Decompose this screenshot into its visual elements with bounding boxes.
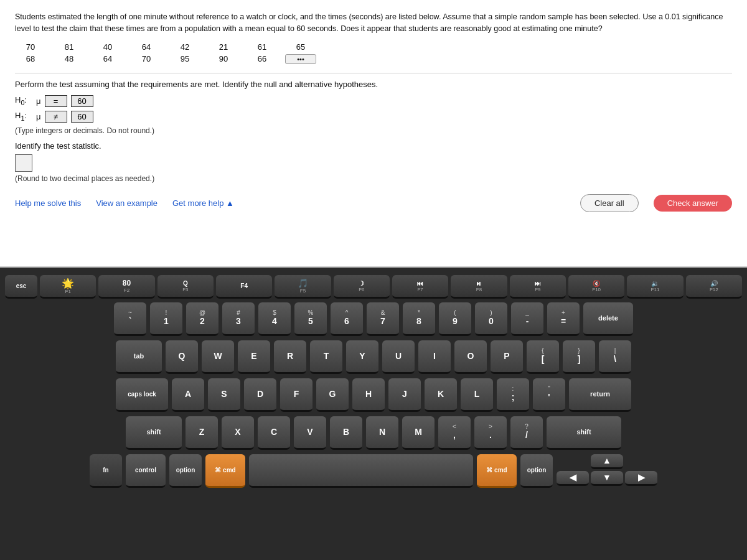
key-f[interactable]: F	[280, 378, 312, 412]
f12-key[interactable]: 🔊 F12	[686, 275, 742, 299]
fn-row: esc 🌟 F1 80 F2 Q F3 F4 🎵 F5 ☽ F6 ⏮ F7	[5, 275, 742, 299]
escape-key[interactable]: esc	[5, 275, 37, 299]
key-semicolon[interactable]: : ;	[497, 378, 529, 412]
key-z[interactable]: Z	[186, 416, 218, 450]
backtick-key[interactable]: ~ `	[114, 302, 146, 336]
key-s[interactable]: S	[208, 378, 240, 412]
key-5[interactable]: % 5	[294, 302, 327, 336]
key-e[interactable]: E	[238, 340, 270, 374]
zxcv-row: shift Z X C V B N M < , > . ? / shift	[5, 416, 742, 450]
d1: 70	[15, 42, 46, 52]
key-n[interactable]: N	[366, 416, 398, 450]
left-cmd-key[interactable]: ⌘ cmd	[205, 454, 245, 488]
key-equals[interactable]: + =	[547, 302, 580, 336]
f6-key[interactable]: ☽ F6	[334, 275, 390, 299]
right-option-key[interactable]: option	[520, 454, 553, 488]
f11-key[interactable]: 🔉 F11	[627, 275, 683, 299]
left-shift-key[interactable]: shift	[126, 416, 182, 450]
right-cmd-key[interactable]: ⌘ cmd	[477, 454, 517, 488]
d9: 68	[15, 54, 46, 64]
h1-value-box[interactable]: 60	[71, 111, 93, 123]
key-h[interactable]: H	[352, 378, 385, 412]
delete-key[interactable]: delete	[583, 302, 633, 336]
expand-btn[interactable]: •••	[285, 54, 316, 64]
key-6[interactable]: ^ 6	[331, 302, 363, 336]
key-slash[interactable]: ? /	[510, 416, 543, 450]
check-answer-button[interactable]: Check answer	[654, 195, 732, 212]
key-minus[interactable]: _ -	[511, 302, 543, 336]
d11: 64	[92, 54, 123, 64]
f3-key[interactable]: Q F3	[157, 275, 214, 299]
key-m[interactable]: M	[402, 416, 435, 450]
key-3[interactable]: # 3	[222, 302, 255, 336]
arrow-right-key[interactable]: ▶	[625, 471, 657, 486]
key-g[interactable]: G	[316, 378, 349, 412]
arrow-cluster: ▲ ◀ ▼ ▶	[557, 454, 657, 488]
arrow-left-key[interactable]: ◀	[557, 471, 589, 486]
key-9[interactable]: ( 9	[439, 302, 471, 336]
clear-all-button[interactable]: Clear all	[580, 194, 639, 212]
f8-key[interactable]: ⏯ F8	[451, 275, 507, 299]
stat-input[interactable]	[15, 154, 32, 172]
key-y[interactable]: Y	[346, 340, 378, 374]
key-b[interactable]: B	[330, 416, 362, 450]
key-c[interactable]: C	[258, 416, 290, 450]
key-4[interactable]: $ 4	[258, 302, 291, 336]
key-a[interactable]: A	[172, 378, 204, 412]
key-k[interactable]: K	[425, 378, 457, 412]
d15: 66	[247, 54, 278, 64]
type-note: (Type integers or decimals. Do not round…	[15, 126, 732, 135]
fn-key[interactable]: fn	[90, 454, 122, 488]
f5-key[interactable]: 🎵 F5	[275, 275, 331, 299]
f10-key[interactable]: 🔇 F10	[568, 275, 624, 299]
key-u[interactable]: U	[382, 340, 415, 374]
key-rbracket[interactable]: } ]	[563, 340, 595, 374]
tab-key[interactable]: tab	[116, 340, 162, 374]
key-i[interactable]: I	[418, 340, 451, 374]
key-w[interactable]: W	[202, 340, 234, 374]
key-1[interactable]: ! 1	[150, 302, 182, 336]
key-j[interactable]: J	[388, 378, 421, 412]
key-v[interactable]: V	[294, 416, 326, 450]
key-comma[interactable]: < ,	[438, 416, 471, 450]
key-quote[interactable]: " '	[533, 378, 565, 412]
f7-key[interactable]: ⏮ F7	[392, 275, 448, 299]
key-period[interactable]: > .	[474, 416, 507, 450]
h0-value-box[interactable]: 60	[71, 95, 93, 107]
key-7[interactable]: & 7	[367, 302, 399, 336]
h1-operator-box[interactable]: ≠	[45, 111, 67, 123]
key-lbracket[interactable]: { [	[527, 340, 559, 374]
key-o[interactable]: O	[454, 340, 487, 374]
key-p[interactable]: P	[491, 340, 523, 374]
key-2[interactable]: @ 2	[186, 302, 218, 336]
arrow-up-key[interactable]: ▲	[591, 454, 623, 469]
f2-key[interactable]: 80 F2	[98, 275, 154, 299]
d2: 81	[54, 42, 85, 52]
h0-operator-box[interactable]: =	[45, 95, 67, 107]
key-q[interactable]: Q	[166, 340, 198, 374]
key-backslash[interactable]: | \	[599, 340, 631, 374]
f4-key[interactable]: F4	[216, 275, 272, 299]
left-ctrl-key[interactable]: control	[126, 454, 166, 488]
space-key[interactable]	[249, 454, 473, 488]
key-d[interactable]: D	[244, 378, 276, 412]
key-t[interactable]: T	[310, 340, 342, 374]
right-shift-key[interactable]: shift	[547, 416, 621, 450]
f1-key[interactable]: 🌟 F1	[40, 275, 96, 299]
get-more-help-link[interactable]: Get more help ▲	[172, 198, 234, 208]
caps-lock-key[interactable]: caps lock	[116, 378, 168, 412]
key-0[interactable]: ) 0	[475, 302, 507, 336]
left-option-key[interactable]: option	[169, 454, 202, 488]
key-r[interactable]: R	[274, 340, 306, 374]
f9-key[interactable]: ⏭ F9	[510, 275, 566, 299]
help-me-solve-link[interactable]: Help me solve this	[15, 198, 81, 208]
key-8[interactable]: * 8	[403, 302, 435, 336]
h1-mu: μ	[36, 112, 41, 121]
key-l[interactable]: L	[461, 378, 493, 412]
view-example-link[interactable]: View an example	[96, 198, 157, 208]
number-row: ~ ` ! 1 @ 2 # 3 $ 4 % 5 ^ 6 & 7	[5, 302, 742, 336]
arrow-down-key[interactable]: ▼	[591, 471, 623, 486]
key-x[interactable]: X	[222, 416, 254, 450]
return-key[interactable]: return	[569, 378, 631, 412]
divider	[15, 73, 732, 73]
